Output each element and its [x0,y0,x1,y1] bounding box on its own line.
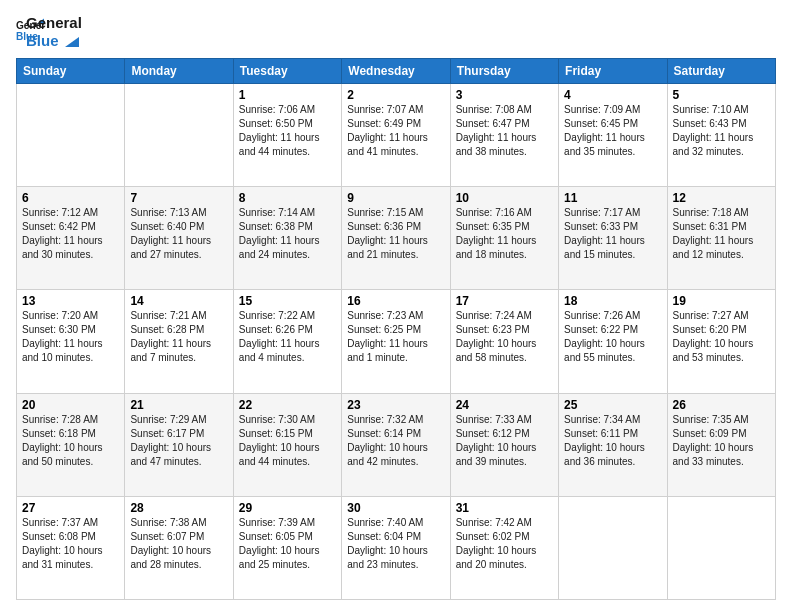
day-cell: 8 Sunrise: 7:14 AM Sunset: 6:38 PM Dayli… [233,187,341,290]
day-cell: 9 Sunrise: 7:15 AM Sunset: 6:36 PM Dayli… [342,187,450,290]
day-cell [125,84,233,187]
day-info: Sunrise: 7:29 AM Sunset: 6:17 PM Dayligh… [130,413,227,469]
day-info: Sunrise: 7:22 AM Sunset: 6:26 PM Dayligh… [239,309,336,365]
day-info: Sunrise: 7:24 AM Sunset: 6:23 PM Dayligh… [456,309,553,365]
day-number: 28 [130,501,227,515]
day-info: Sunrise: 7:26 AM Sunset: 6:22 PM Dayligh… [564,309,661,365]
day-cell: 15 Sunrise: 7:22 AM Sunset: 6:26 PM Dayl… [233,290,341,393]
week-row-4: 20 Sunrise: 7:28 AM Sunset: 6:18 PM Dayl… [17,393,776,496]
day-number: 27 [22,501,119,515]
day-cell: 26 Sunrise: 7:35 AM Sunset: 6:09 PM Dayl… [667,393,775,496]
day-info: Sunrise: 7:18 AM Sunset: 6:31 PM Dayligh… [673,206,770,262]
day-cell [17,84,125,187]
col-header-sunday: Sunday [17,59,125,84]
day-number: 1 [239,88,336,102]
day-cell: 19 Sunrise: 7:27 AM Sunset: 6:20 PM Dayl… [667,290,775,393]
day-info: Sunrise: 7:28 AM Sunset: 6:18 PM Dayligh… [22,413,119,469]
day-number: 19 [673,294,770,308]
day-number: 26 [673,398,770,412]
day-number: 2 [347,88,444,102]
day-cell: 14 Sunrise: 7:21 AM Sunset: 6:28 PM Dayl… [125,290,233,393]
day-info: Sunrise: 7:34 AM Sunset: 6:11 PM Dayligh… [564,413,661,469]
col-header-thursday: Thursday [450,59,558,84]
day-number: 7 [130,191,227,205]
day-info: Sunrise: 7:09 AM Sunset: 6:45 PM Dayligh… [564,103,661,159]
day-info: Sunrise: 7:08 AM Sunset: 6:47 PM Dayligh… [456,103,553,159]
day-cell: 1 Sunrise: 7:06 AM Sunset: 6:50 PM Dayli… [233,84,341,187]
day-number: 4 [564,88,661,102]
day-cell: 4 Sunrise: 7:09 AM Sunset: 6:45 PM Dayli… [559,84,667,187]
day-cell: 16 Sunrise: 7:23 AM Sunset: 6:25 PM Dayl… [342,290,450,393]
logo-blue: Blue [26,32,82,50]
day-info: Sunrise: 7:07 AM Sunset: 6:49 PM Dayligh… [347,103,444,159]
header: General Blue General Blue [16,12,776,50]
day-info: Sunrise: 7:40 AM Sunset: 6:04 PM Dayligh… [347,516,444,572]
week-row-3: 13 Sunrise: 7:20 AM Sunset: 6:30 PM Dayl… [17,290,776,393]
day-info: Sunrise: 7:30 AM Sunset: 6:15 PM Dayligh… [239,413,336,469]
col-header-monday: Monday [125,59,233,84]
calendar-table: SundayMondayTuesdayWednesdayThursdayFrid… [16,58,776,600]
week-row-2: 6 Sunrise: 7:12 AM Sunset: 6:42 PM Dayli… [17,187,776,290]
day-cell: 6 Sunrise: 7:12 AM Sunset: 6:42 PM Dayli… [17,187,125,290]
day-number: 8 [239,191,336,205]
day-number: 13 [22,294,119,308]
day-cell: 13 Sunrise: 7:20 AM Sunset: 6:30 PM Dayl… [17,290,125,393]
day-cell: 21 Sunrise: 7:29 AM Sunset: 6:17 PM Dayl… [125,393,233,496]
day-info: Sunrise: 7:17 AM Sunset: 6:33 PM Dayligh… [564,206,661,262]
day-info: Sunrise: 7:27 AM Sunset: 6:20 PM Dayligh… [673,309,770,365]
day-cell: 7 Sunrise: 7:13 AM Sunset: 6:40 PM Dayli… [125,187,233,290]
day-info: Sunrise: 7:39 AM Sunset: 6:05 PM Dayligh… [239,516,336,572]
day-number: 15 [239,294,336,308]
day-info: Sunrise: 7:38 AM Sunset: 6:07 PM Dayligh… [130,516,227,572]
day-cell: 11 Sunrise: 7:17 AM Sunset: 6:33 PM Dayl… [559,187,667,290]
day-cell: 31 Sunrise: 7:42 AM Sunset: 6:02 PM Dayl… [450,496,558,599]
day-info: Sunrise: 7:20 AM Sunset: 6:30 PM Dayligh… [22,309,119,365]
day-number: 30 [347,501,444,515]
week-row-1: 1 Sunrise: 7:06 AM Sunset: 6:50 PM Dayli… [17,84,776,187]
day-cell: 29 Sunrise: 7:39 AM Sunset: 6:05 PM Dayl… [233,496,341,599]
day-info: Sunrise: 7:14 AM Sunset: 6:38 PM Dayligh… [239,206,336,262]
svg-marker-3 [65,37,79,47]
col-header-saturday: Saturday [667,59,775,84]
day-number: 3 [456,88,553,102]
day-number: 23 [347,398,444,412]
day-cell: 2 Sunrise: 7:07 AM Sunset: 6:49 PM Dayli… [342,84,450,187]
day-cell: 20 Sunrise: 7:28 AM Sunset: 6:18 PM Dayl… [17,393,125,496]
day-number: 10 [456,191,553,205]
day-number: 12 [673,191,770,205]
day-cell [667,496,775,599]
day-info: Sunrise: 7:15 AM Sunset: 6:36 PM Dayligh… [347,206,444,262]
day-number: 22 [239,398,336,412]
col-header-friday: Friday [559,59,667,84]
col-header-wednesday: Wednesday [342,59,450,84]
day-info: Sunrise: 7:21 AM Sunset: 6:28 PM Dayligh… [130,309,227,365]
day-info: Sunrise: 7:10 AM Sunset: 6:43 PM Dayligh… [673,103,770,159]
day-cell [559,496,667,599]
day-info: Sunrise: 7:42 AM Sunset: 6:02 PM Dayligh… [456,516,553,572]
day-cell: 25 Sunrise: 7:34 AM Sunset: 6:11 PM Dayl… [559,393,667,496]
day-number: 25 [564,398,661,412]
day-cell: 12 Sunrise: 7:18 AM Sunset: 6:31 PM Dayl… [667,187,775,290]
day-info: Sunrise: 7:33 AM Sunset: 6:12 PM Dayligh… [456,413,553,469]
day-number: 14 [130,294,227,308]
day-number: 24 [456,398,553,412]
day-info: Sunrise: 7:06 AM Sunset: 6:50 PM Dayligh… [239,103,336,159]
day-info: Sunrise: 7:37 AM Sunset: 6:08 PM Dayligh… [22,516,119,572]
day-cell: 23 Sunrise: 7:32 AM Sunset: 6:14 PM Dayl… [342,393,450,496]
day-number: 29 [239,501,336,515]
week-row-5: 27 Sunrise: 7:37 AM Sunset: 6:08 PM Dayl… [17,496,776,599]
day-cell: 5 Sunrise: 7:10 AM Sunset: 6:43 PM Dayli… [667,84,775,187]
day-cell: 22 Sunrise: 7:30 AM Sunset: 6:15 PM Dayl… [233,393,341,496]
day-number: 31 [456,501,553,515]
day-number: 16 [347,294,444,308]
day-cell: 24 Sunrise: 7:33 AM Sunset: 6:12 PM Dayl… [450,393,558,496]
day-info: Sunrise: 7:32 AM Sunset: 6:14 PM Dayligh… [347,413,444,469]
day-number: 17 [456,294,553,308]
day-info: Sunrise: 7:13 AM Sunset: 6:40 PM Dayligh… [130,206,227,262]
day-cell: 17 Sunrise: 7:24 AM Sunset: 6:23 PM Dayl… [450,290,558,393]
day-cell: 28 Sunrise: 7:38 AM Sunset: 6:07 PM Dayl… [125,496,233,599]
col-header-tuesday: Tuesday [233,59,341,84]
header-row: SundayMondayTuesdayWednesdayThursdayFrid… [17,59,776,84]
day-cell: 10 Sunrise: 7:16 AM Sunset: 6:35 PM Dayl… [450,187,558,290]
day-cell: 18 Sunrise: 7:26 AM Sunset: 6:22 PM Dayl… [559,290,667,393]
